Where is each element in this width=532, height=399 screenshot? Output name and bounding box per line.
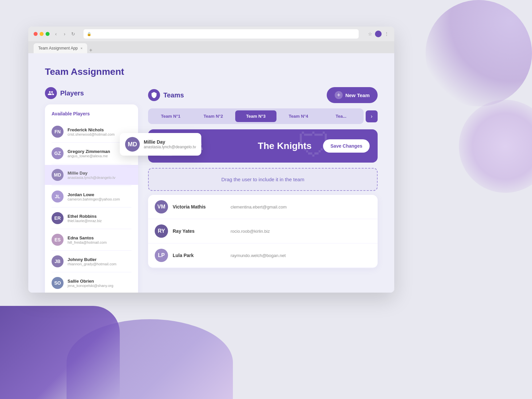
- drop-zone[interactable]: Drag the user to include it in the team: [148, 168, 378, 191]
- team-edit-badge[interactable]: ✎: [171, 135, 177, 141]
- add-tab-icon[interactable]: +: [89, 47, 92, 53]
- player-email: hill_freida@hotmail.com: [68, 240, 131, 244]
- page-title: Team Assignment: [45, 66, 378, 77]
- traffic-lights: [34, 32, 50, 36]
- member-row: LP Lula Park raymundo.welch@bogan.net: [148, 243, 378, 268]
- bookmark-icon[interactable]: ☆: [368, 31, 372, 37]
- member-avatar: LP: [155, 249, 168, 262]
- browser-tab[interactable]: Team Assignment App ×: [34, 43, 87, 53]
- browser-window: ‹ › ↻ 🔒 ☆ ⋮ Team Assignment App × + Team…: [28, 27, 394, 293]
- player-item[interactable]: MD Millie Day anastasia.lynch@deangelo.t…: [45, 165, 138, 185]
- team-tab[interactable]: Team N°1: [150, 110, 191, 122]
- player-item[interactable]: ER Ethel Robbins thiel.laurie@mraz.biz: [45, 208, 138, 228]
- maximize-window-button[interactable]: [46, 32, 50, 36]
- browser-actions: ☆ ⋮: [368, 31, 389, 37]
- players-panel: Players Available Players FN Frederick N…: [45, 87, 138, 293]
- team-members-list: VM Victoria Mathis clementina.ebert@gmai…: [148, 195, 378, 268]
- player-email: thiel.laurie@mraz.biz: [68, 219, 131, 223]
- divider: [52, 250, 131, 251]
- team-tab[interactable]: Team N°3: [235, 110, 276, 122]
- player-info: Jordan Lowe cameron.bahringer@yahoo.com: [68, 192, 131, 201]
- player-avatar: FN: [52, 126, 64, 138]
- player-avatar: ES: [52, 234, 64, 246]
- team-tab[interactable]: Team N°4: [278, 110, 319, 122]
- close-tab-icon[interactable]: ×: [81, 46, 83, 50]
- member-avatar: RY: [155, 224, 168, 238]
- player-item[interactable]: SO Sallie Obrien jena_konopelski@shany.o…: [45, 273, 138, 293]
- player-email: angus_towne@alexa.me: [68, 154, 131, 158]
- team-icon: [161, 140, 171, 153]
- player-avatar: SO: [52, 277, 64, 289]
- main-layout: Players Available Players FN Frederick N…: [45, 87, 378, 293]
- teams-top-bar: Teams + New Team: [148, 87, 378, 103]
- player-avatar: MD: [52, 169, 64, 181]
- svg-rect-2: [165, 146, 167, 147]
- player-name: Millie Day: [68, 171, 131, 176]
- lock-icon: 🔒: [87, 32, 91, 36]
- players-icon: [45, 87, 57, 99]
- player-item[interactable]: GZ Gregory Zimmerman angus_towne@alexa.m…: [45, 143, 138, 163]
- player-avatar: JB: [52, 255, 64, 267]
- member-email: raymundo.welch@bogan.net: [231, 253, 286, 258]
- player-info: Ethel Robbins thiel.laurie@mraz.biz: [68, 214, 131, 223]
- member-name: Victoria Mathis: [173, 204, 226, 209]
- divider: [52, 272, 131, 272]
- team-members-scroll: VM Victoria Mathis clementina.ebert@gmai…: [148, 195, 378, 268]
- player-name: Ethel Robbins: [68, 214, 131, 219]
- member-avatar: VM: [155, 200, 168, 213]
- player-name: Gregory Zimmerman: [68, 149, 131, 154]
- teams-title: Teams: [163, 91, 184, 99]
- close-window-button[interactable]: [34, 32, 38, 36]
- bg-decoration-top-right: [426, 0, 532, 106]
- player-name: Sallie Obrien: [68, 279, 131, 284]
- player-item[interactable]: JL Jordan Lowe cameron.bahringer@yahoo.c…: [45, 187, 138, 206]
- player-email: jena_konopelski@shany.org: [68, 284, 131, 288]
- player-email: crist.sherwood@hotmail.com: [68, 132, 131, 136]
- player-info: Johnny Butler rhiannon_grady@hotmail.com: [68, 257, 131, 266]
- save-changes-button[interactable]: Save Changes: [323, 139, 370, 153]
- team-name: The Knights: [253, 141, 316, 151]
- player-info: Frederick Nichols crist.sherwood@hotmail…: [68, 127, 131, 136]
- team-tab[interactable]: Tea...: [320, 110, 362, 122]
- new-team-button[interactable]: + New Team: [327, 87, 378, 103]
- svg-rect-1: [165, 144, 167, 145]
- forward-button[interactable]: ›: [61, 30, 68, 38]
- menu-icon[interactable]: ⋮: [384, 31, 389, 37]
- players-panel-header: Players: [45, 87, 138, 99]
- reload-button[interactable]: ↻: [70, 30, 77, 38]
- team-info: Team N°3 5 members: [183, 141, 246, 151]
- user-avatar[interactable]: [375, 31, 382, 37]
- player-info: Sallie Obrien jena_konopelski@shany.org: [68, 279, 131, 288]
- player-name: Johnny Butler: [68, 257, 131, 262]
- back-button[interactable]: ‹: [52, 30, 60, 38]
- member-email: clementina.ebert@gmail.com: [231, 204, 287, 209]
- member-name: Ray Yates: [173, 228, 226, 234]
- browser-titlebar: ‹ › ↻ 🔒 ☆ ⋮: [28, 27, 394, 41]
- player-email: rhiannon_grady@hotmail.com: [68, 262, 131, 266]
- tab-scroll-right-button[interactable]: ›: [366, 110, 378, 122]
- player-info: Edna Santos hill_freida@hotmail.com: [68, 235, 131, 244]
- member-row: RY Ray Yates rocio.roob@kirlin.biz: [148, 219, 378, 243]
- player-item[interactable]: ES Edna Santos hill_freida@hotmail.com: [45, 230, 138, 250]
- player-info: Millie Day anastasia.lynch@deangelo.tv: [68, 171, 131, 180]
- team-number: Team N°3: [183, 141, 246, 146]
- players-card: Available Players FN Frederick Nichols c…: [45, 104, 138, 293]
- player-email: anastasia.lynch@deangelo.tv: [68, 176, 131, 180]
- minimize-window-button[interactable]: [40, 32, 44, 36]
- browser-nav: ‹ › ↻: [52, 30, 77, 38]
- players-list: FN Frederick Nichols crist.sherwood@hotm…: [45, 122, 138, 293]
- player-item[interactable]: FN Frederick Nichols crist.sherwood@hotm…: [45, 122, 138, 142]
- player-email: cameron.bahringer@yahoo.com: [68, 197, 131, 201]
- svg-rect-0: [165, 143, 167, 144]
- available-players-header: Available Players: [45, 111, 138, 122]
- tabs-container: Team N°1Team N°2Team N°3Team N°4Tea... ›: [148, 108, 378, 124]
- team-tab[interactable]: Team N°2: [193, 110, 234, 122]
- tab-bar: Team Assignment App × +: [28, 41, 394, 53]
- teams-panel-header: Teams: [148, 89, 184, 101]
- player-name: Frederick Nichols: [68, 127, 131, 132]
- bg-decoration-right-mid: [459, 100, 532, 193]
- player-item[interactable]: JB Johnny Butler rhiannon_grady@hotmail.…: [45, 251, 138, 271]
- member-row: HI Hettie Ingram terrell.bogan@price.ca: [148, 268, 378, 268]
- player-avatar: JL: [52, 191, 64, 202]
- browser-addressbar[interactable]: 🔒: [84, 29, 359, 39]
